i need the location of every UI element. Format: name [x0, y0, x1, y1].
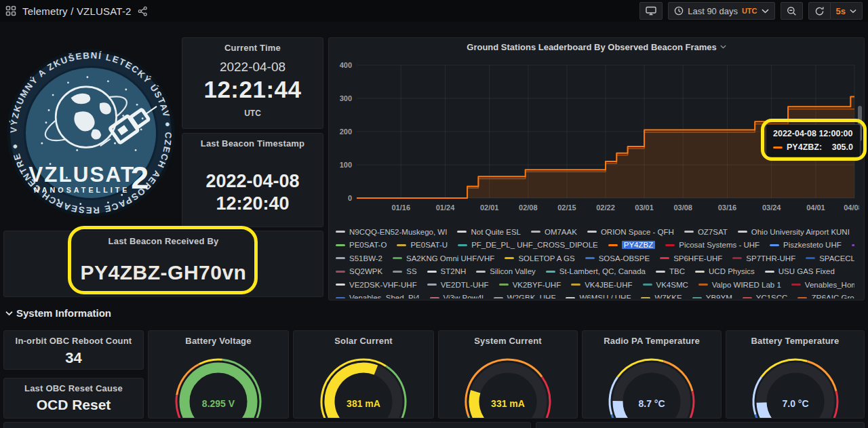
legend-series-label[interactable]: VK4JBE-UHF	[585, 281, 632, 289]
breadcrumb[interactable]: Telemetry / VZLUSAT-2	[22, 5, 132, 17]
legend-series-label[interactable]: PF_DE_PL_ UHF_CROSS_DIPOLE	[471, 241, 598, 249]
legend-item[interactable]: SOLETOP A GS	[505, 254, 574, 262]
legend-series-label[interactable]: UCD Physics	[709, 267, 755, 275]
legend-item[interactable]: SP6HFE-UHF	[660, 254, 722, 262]
time-range-picker[interactable]: Last 90 days UTC	[668, 2, 774, 20]
legend-item[interactable]: OM7AAK	[531, 228, 577, 236]
legend-item[interactable]: W6MSU / UHF	[566, 294, 631, 298]
refresh-interval-dropdown[interactable]: 5s	[831, 2, 863, 20]
legend-item[interactable]: RIYADH2	[852, 241, 854, 249]
reset-cause-value: OCD Reset	[4, 397, 143, 413]
svg-text:03/16: 03/16	[718, 203, 737, 212]
legend-series-label[interactable]: ST2NH	[441, 267, 467, 275]
legend-series-label[interactable]: OM7AAK	[545, 228, 577, 236]
legend-series-label[interactable]: OZ7SAT	[698, 228, 728, 236]
legend-series-label[interactable]: VE2DTL-UHF	[441, 281, 489, 289]
legend-item[interactable]: YB9YM	[692, 294, 732, 298]
legend-series-label[interactable]: TBC	[669, 267, 685, 275]
legend-series-label[interactable]: SPACECLUB_TO1	[819, 254, 854, 262]
legend-series-label[interactable]: W7KKE	[654, 294, 682, 298]
legend-series-label[interactable]: Venables_Home	[805, 281, 854, 289]
legend-item[interactable]: Piszkesteto UHF	[770, 241, 842, 249]
legend-series-label[interactable]: Valpo WIRED Lab 1	[712, 281, 781, 289]
legend-series-label[interactable]: YB9YM	[706, 294, 732, 298]
legend-item[interactable]: Picosat Systems - UHF	[665, 241, 760, 249]
legend-item[interactable]: ORION Space - QFH	[587, 228, 674, 236]
legend-item[interactable]: Vi3w Pow4l	[430, 294, 484, 298]
legend-series-label[interactable]: SP7THR-UHF	[746, 254, 795, 262]
legend-series-label[interactable]: ZR6AIC Ground Station	[811, 294, 854, 298]
chart-panel-header[interactable]: Ground Stations Leaderboard By Observed …	[329, 38, 864, 56]
legend-item[interactable]: N9CQQ-EN52-Muskego, WI	[336, 228, 447, 236]
legend-item[interactable]: VE2DSK-VHF-UHF	[336, 281, 417, 289]
legend-item[interactable]: SQ2WPK	[336, 267, 382, 275]
legend-item[interactable]: PE0SAT-O	[336, 241, 387, 249]
legend-series-label[interactable]: Vi3w Pow4l	[443, 294, 484, 298]
legend-item[interactable]: SS	[393, 267, 416, 275]
legend-item[interactable]: SOSA-OBSPE	[585, 254, 650, 262]
legend-series-label[interactable]: PE0SAT-O	[349, 241, 387, 249]
legend-item[interactable]: VK4SMC	[643, 281, 688, 289]
legend-series-label[interactable]: SS	[406, 267, 416, 275]
legend-item[interactable]: VK2BYF-UHF	[499, 281, 561, 289]
zoom-out-button[interactable]	[781, 2, 803, 20]
legend-item[interactable]: ZR6AIC Ground Station	[797, 294, 854, 298]
legend-series-marker	[585, 257, 595, 259]
legend-series-label[interactable]: PY4ZBZ	[622, 241, 655, 249]
legend-item[interactable]: ST2NH	[427, 267, 467, 275]
legend-series-label[interactable]: Venables_Shed_Pi4	[349, 294, 420, 298]
legend-series-label[interactable]: SP6HFE-UHF	[673, 254, 722, 262]
refresh-button[interactable]	[808, 2, 831, 20]
legend-series-label[interactable]: PE0SAT-U	[410, 241, 448, 249]
legend-series-label[interactable]: YC1SCC	[756, 294, 788, 298]
legend-series-label[interactable]: Silicon Valley	[490, 267, 536, 275]
legend-series-label[interactable]: USU GAS Fixed	[778, 267, 835, 275]
legend-item[interactable]: W7KKE	[641, 294, 682, 298]
legend-item[interactable]: Venables_Shed_Pi4	[336, 294, 420, 298]
legend-item[interactable]: Venables_Home	[791, 281, 854, 289]
legend-item[interactable]: VK4JBE-UHF	[571, 281, 632, 289]
svg-text:2: 2	[131, 160, 149, 195]
legend-series-label[interactable]: SOLETOP A GS	[518, 254, 574, 262]
tv-mode-button[interactable]	[639, 2, 663, 20]
legend-series-label[interactable]: Ohio University Airport KUNI	[751, 228, 850, 236]
legend-item[interactable]: Silicon Valley	[476, 267, 536, 275]
legend-item[interactable]: PE0SAT-U	[397, 241, 448, 249]
legend-item[interactable]: Ohio University Airport KUNI	[738, 228, 850, 236]
legend-item[interactable]: OZ7SAT	[684, 228, 728, 236]
legend-series-label[interactable]: ORION Space - QFH	[601, 228, 674, 236]
legend-series-label[interactable]: VE2DSK-VHF-UHF	[349, 281, 417, 289]
legend-item[interactable]: PF_DE_PL_ UHF_CROSS_DIPOLE	[458, 241, 598, 249]
legend-item[interactable]: Not Quite ESL	[457, 228, 521, 236]
tooltip-series-marker	[773, 147, 783, 149]
share-icon[interactable]	[138, 6, 148, 16]
legend-item[interactable]: USU GAS Fixed	[765, 267, 835, 275]
legend-series-label[interactable]: S51BW-2	[349, 254, 382, 262]
apps-grid-icon[interactable]	[5, 5, 16, 16]
legend-series-label[interactable]: W2GBK_UHF	[507, 294, 556, 298]
legend-series-label[interactable]: VK4SMC	[656, 281, 688, 289]
legend-item[interactable]: TBC	[656, 267, 685, 275]
legend-series-label[interactable]: Piszkesteto UHF	[783, 241, 842, 249]
legend-item[interactable]: SA2KNG Omni UHF/VHF	[393, 254, 494, 262]
legend-series-label[interactable]: Picosat Systems - UHF	[679, 241, 760, 249]
legend-series-label[interactable]: Not Quite ESL	[471, 228, 521, 236]
legend-series-label[interactable]: N9CQQ-EN52-Muskego, WI	[349, 228, 447, 236]
legend-item[interactable]: W2GBK_UHF	[494, 294, 556, 298]
legend-series-label[interactable]: W6MSU / UHF	[579, 294, 631, 298]
legend-item[interactable]: Valpo WIRED Lab 1	[698, 281, 781, 289]
legend-series-label[interactable]: St-Lambert, QC, Canada	[559, 267, 646, 275]
section-system-information[interactable]: System Information	[5, 307, 111, 319]
legend-series-label[interactable]: VK2BYF-UHF	[513, 281, 561, 289]
legend-series-label[interactable]: SOSA-OBSPE	[599, 254, 650, 262]
legend-item[interactable]: S51BW-2	[336, 254, 382, 262]
legend-item[interactable]: SP7THR-UHF	[732, 254, 795, 262]
legend-item[interactable]: UCD Physics	[695, 267, 755, 275]
legend-item[interactable]: St-Lambert, QC, Canada	[546, 267, 646, 275]
legend-item[interactable]: VE2DTL-UHF	[427, 281, 489, 289]
legend-item[interactable]: YC1SCC	[743, 294, 788, 298]
legend-item[interactable]: SPACECLUB_TO1	[806, 254, 854, 262]
legend-series-label[interactable]: SQ2WPK	[349, 267, 382, 275]
legend-item[interactable]: PY4ZBZ	[608, 241, 655, 249]
legend-series-label[interactable]: SA2KNG Omni UHF/VHF	[406, 254, 494, 262]
